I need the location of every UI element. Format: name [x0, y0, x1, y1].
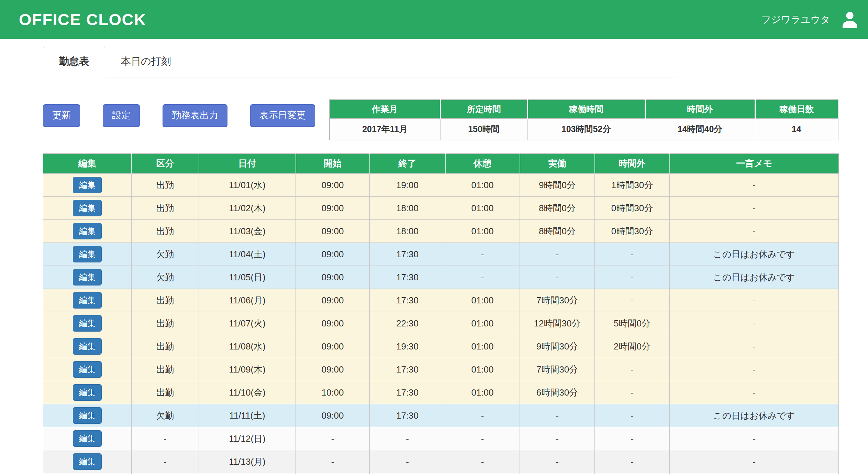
cell-memo: -	[670, 381, 839, 404]
cell-actual-hours: 8時間0分	[520, 220, 595, 243]
cell-date: 11/07(火)	[199, 312, 296, 335]
cell-date: 11/06(月)	[199, 289, 296, 312]
cell-overtime-hours: -	[595, 450, 670, 473]
cell-break-time: 01:00	[445, 289, 520, 312]
edit-cell: 編集	[43, 404, 132, 427]
cell-break-time: -	[445, 427, 520, 450]
cell-break-time: 01:00	[445, 220, 520, 243]
edit-cell: 編集	[43, 174, 132, 197]
attendance-row: 編集欠勤11/04(土)09:0017:30---この日はお休みです	[43, 243, 839, 266]
col-header-edit: 編集	[43, 154, 132, 174]
edit-cell: 編集	[43, 289, 132, 312]
edit-row-button[interactable]: 編集	[73, 269, 102, 286]
cell-overtime-hours: 2時間0分	[595, 335, 670, 358]
edit-row-button[interactable]: 編集	[73, 361, 102, 378]
settings-button[interactable]: 設定	[103, 104, 140, 127]
col-header-break: 休憩	[445, 154, 520, 174]
cell-break-time: 01:00	[445, 381, 520, 404]
cell-overtime-hours: 1時間30分	[595, 174, 670, 197]
app-header: OFFICE CLOCK フジワラユウタ	[0, 0, 868, 39]
cell-memo: -	[670, 450, 839, 473]
cell-overtime-hours: 0時間30分	[595, 197, 670, 220]
cell-category: 出勤	[132, 220, 199, 243]
cell-start-time: 09:00	[296, 174, 370, 197]
export-timesheet-button[interactable]: 勤務表出力	[163, 104, 227, 127]
tab-todays-punch[interactable]: 本日の打刻	[105, 46, 187, 77]
user-avatar-icon[interactable]	[840, 10, 860, 30]
edit-row-button[interactable]: 編集	[73, 430, 102, 447]
cell-end-time: 19:30	[370, 335, 445, 358]
summary-value-operating-hours: 103時間52分	[527, 119, 645, 140]
summary-value-overtime: 14時間40分	[645, 119, 755, 140]
cell-actual-hours: 9時間30分	[520, 335, 595, 358]
edit-row-button[interactable]: 編集	[73, 384, 102, 401]
cell-memo: -	[670, 335, 839, 358]
cell-end-time: 17:30	[370, 289, 445, 312]
edit-cell: 編集	[43, 358, 132, 381]
cell-date: 11/03(金)	[199, 220, 296, 243]
edit-row-button[interactable]: 編集	[73, 200, 102, 216]
cell-category: 出勤	[132, 381, 199, 404]
cell-category: 出勤	[132, 335, 199, 358]
cell-break-time: 01:00	[445, 335, 520, 358]
edit-cell: 編集	[43, 381, 132, 404]
cell-actual-hours: 7時間30分	[520, 289, 595, 312]
cell-break-time: 01:00	[445, 312, 520, 335]
cell-memo: -	[670, 197, 839, 220]
summary-header-operating-hours: 稼働時間	[527, 100, 645, 119]
cell-start-time: 09:00	[296, 312, 370, 335]
cell-start-time: -	[296, 450, 370, 473]
edit-row-button[interactable]: 編集	[73, 407, 102, 424]
cell-overtime-hours: -	[595, 427, 670, 450]
edit-row-button[interactable]: 編集	[73, 453, 102, 470]
col-header-end: 終了	[370, 154, 445, 174]
user-name: フジワラユウタ	[761, 13, 830, 26]
summary-header-working-month: 作業月	[330, 100, 440, 119]
cell-actual-hours: -	[520, 243, 595, 266]
attendance-table-body: 編集出勤11/01(水)09:0019:0001:009時間0分1時間30分-編…	[43, 174, 839, 474]
cell-overtime-hours: -	[595, 289, 670, 312]
attendance-header-row: 編集 区分 日付 開始 終了 休憩 実働 時間外 一言メモ	[43, 154, 839, 174]
summary-header-overtime: 時間外	[645, 100, 755, 119]
edit-row-button[interactable]: 編集	[73, 315, 102, 332]
cell-actual-hours: 9時間0分	[520, 174, 595, 197]
cell-start-time: 09:00	[296, 358, 370, 381]
edit-cell: 編集	[43, 427, 132, 450]
summary-header-scheduled-hours: 所定時間	[440, 100, 527, 119]
cell-date: 11/02(木)	[199, 197, 296, 220]
edit-cell: 編集	[43, 450, 132, 473]
col-header-memo: 一言メモ	[670, 154, 839, 174]
cell-date: 11/08(水)	[199, 335, 296, 358]
cell-memo: -	[670, 220, 839, 243]
cell-category: 出勤	[132, 289, 199, 312]
refresh-button[interactable]: 更新	[43, 104, 80, 127]
tab-attendance-sheet[interactable]: 勤怠表	[43, 46, 105, 77]
attendance-row: 編集出勤11/09(木)09:0017:3001:007時間30分--	[43, 358, 839, 381]
cell-break-time: -	[445, 450, 520, 473]
cell-category: 出勤	[132, 358, 199, 381]
attendance-row: 編集-11/12(日)------	[43, 427, 839, 450]
cell-start-time: 09:00	[296, 243, 370, 266]
cell-date: 11/01(水)	[199, 174, 296, 197]
cell-category: 欠勤	[132, 266, 199, 289]
edit-row-button[interactable]: 編集	[73, 246, 102, 262]
cell-category: -	[132, 450, 199, 473]
cell-end-time: 17:30	[370, 381, 445, 404]
cell-actual-hours: -	[520, 427, 595, 450]
cell-break-time: -	[445, 404, 520, 427]
col-header-category: 区分	[132, 154, 199, 174]
cell-date: 11/11(土)	[199, 404, 296, 427]
edit-row-button[interactable]: 編集	[73, 177, 102, 193]
edit-row-button[interactable]: 編集	[73, 292, 102, 309]
attendance-row: 編集出勤11/07(火)09:0022:3001:0012時間30分5時間0分-	[43, 312, 839, 335]
cell-memo: この日はお休みです	[670, 266, 839, 289]
cell-break-time: 01:00	[445, 174, 520, 197]
cell-overtime-hours: -	[595, 358, 670, 381]
attendance-row: 編集出勤11/10(金)10:0017:3001:006時間30分--	[43, 381, 839, 404]
edit-row-button[interactable]: 編集	[73, 338, 102, 355]
cell-start-time: 09:00	[296, 289, 370, 312]
change-display-date-button[interactable]: 表示日変更	[250, 104, 315, 127]
edit-row-button[interactable]: 編集	[73, 223, 102, 239]
cell-start-time: 09:00	[296, 197, 370, 220]
cell-actual-hours: -	[520, 266, 595, 289]
